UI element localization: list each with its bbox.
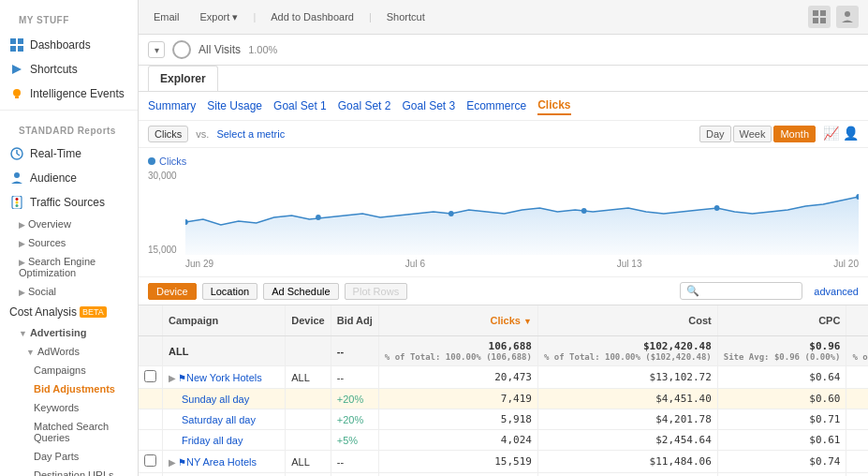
sidebar-item-dashboards[interactable]: Dashboards	[0, 33, 138, 57]
sidebar-sub-campaigns[interactable]: Campaigns	[0, 361, 138, 379]
sub3-cpc: $0.61	[717, 430, 846, 451]
row3-checkbox[interactable]	[139, 473, 163, 477]
grid-view-icon[interactable]	[808, 6, 831, 28]
sub3-cost: $2,454.64	[537, 430, 717, 451]
sidebar-sub-matched-search[interactable]: Matched Search Queries	[0, 417, 138, 447]
day-button[interactable]: Day	[699, 126, 731, 142]
col-cost[interactable]: Cost	[537, 305, 717, 336]
sidebar-sub-bid-adjustments[interactable]: Bid Adjustments	[0, 379, 138, 398]
sidebar-item-audience[interactable]: Audience	[0, 166, 138, 190]
metric-dropdown[interactable]: Clicks	[148, 126, 188, 142]
line-chart-icon[interactable]: 📈	[823, 126, 839, 142]
sidebar-sub-social[interactable]: ▶Social	[0, 282, 138, 301]
sidebar-item-cost-analysis[interactable]: Cost Analysis BETA	[0, 301, 138, 323]
shortcut-button[interactable]: Shortcut	[381, 9, 431, 24]
sidebar-sub-overview[interactable]: ▶Overview	[0, 215, 138, 233]
add-dashboard-button[interactable]: Add to Dashboard	[265, 9, 360, 24]
svg-point-23	[845, 11, 850, 17]
chart-date-3: Jul 13	[617, 259, 642, 269]
beta-badge: BETA	[80, 306, 107, 318]
sidebar-item-realtime[interactable]: Real-Time	[0, 141, 138, 166]
user-icon[interactable]	[836, 6, 859, 28]
row2-campaign-link[interactable]: NY Area Hotels	[186, 456, 257, 468]
tab-summary[interactable]: Summary	[148, 97, 196, 114]
tab-site-usage[interactable]: Site Usage	[207, 97, 262, 114]
week-button[interactable]: Week	[733, 126, 772, 142]
sidebar-item-intelligence[interactable]: Intelligence Events	[0, 82, 138, 106]
chart-date-1: Jun 29	[185, 259, 213, 269]
sidebar-sub-sources[interactable]: ▶Sources	[0, 233, 138, 252]
advanced-link[interactable]: advanced	[814, 286, 859, 297]
svg-point-25	[316, 215, 321, 220]
row1-bid-adj: --	[331, 366, 378, 389]
total-cpc-cell: $0.96 Site Avg: $0.96 (0.00%)	[717, 336, 846, 366]
expand-arrow-icon[interactable]: ▶	[169, 373, 176, 383]
chart-title: Clicks	[159, 156, 186, 167]
col-campaign: Campaign	[163, 305, 286, 336]
explorer-tab-button[interactable]: Explorer	[148, 66, 218, 91]
sidebar-item-traffic[interactable]: Traffic Sources	[0, 190, 138, 215]
col-cpc[interactable]: CPC	[717, 305, 846, 336]
svg-rect-0	[10, 38, 16, 44]
sidebar-sub-day-parts[interactable]: Day Parts	[0, 447, 138, 466]
tab-clicks[interactable]: Clicks	[537, 97, 570, 115]
sub1-device	[286, 389, 331, 409]
chart-label: Clicks	[148, 156, 859, 167]
col-clicks[interactable]: Clicks ▼	[378, 305, 537, 336]
device-button[interactable]: Device	[148, 283, 197, 300]
standard-reports-title: STANDARD Reports	[9, 118, 128, 140]
row1-visits: 19,878	[846, 366, 868, 389]
location-button[interactable]: Location	[202, 283, 258, 300]
search-input[interactable]	[702, 286, 796, 297]
select-metric-link[interactable]: Select a metric	[216, 128, 285, 140]
svg-rect-20	[820, 10, 826, 16]
expand-arrow-icon-2[interactable]: ▶	[169, 457, 176, 468]
sub2-bid-adj: +20%	[331, 409, 378, 430]
row2-checkbox[interactable]	[139, 451, 163, 473]
col-visits[interactable]: Visits	[846, 305, 868, 336]
pie-chart-icon[interactable]: 👤	[843, 126, 859, 142]
svg-rect-22	[820, 18, 826, 23]
tab-goal-set-3[interactable]: Goal Set 3	[402, 97, 455, 114]
export-button[interactable]: Export ▾	[195, 9, 244, 25]
total-row: ALL -- 106,688 % of Total: 100.00% (106,…	[139, 336, 868, 366]
sidebar-sub-destination[interactable]: Destination URLs	[0, 466, 138, 476]
row2-checkbox-input[interactable]	[144, 454, 156, 467]
sub1-campaign-link[interactable]: Sunday all day	[182, 394, 249, 405]
sidebar-sub-keywords[interactable]: Keywords	[0, 398, 138, 417]
tab-goal-set-1[interactable]: Goal Set 1	[273, 97, 327, 114]
sub3-campaign-link[interactable]: Friday all day	[182, 435, 243, 446]
sub1-bid-adj: +20%	[331, 389, 378, 409]
row3-bid-adj: --	[331, 473, 378, 477]
svg-rect-5	[15, 97, 19, 98]
ad-schedule-button[interactable]: Ad Schedule	[263, 283, 338, 300]
row1-clicks: 20,473	[378, 366, 537, 389]
sidebar-item-shortcuts[interactable]: Shortcuts	[0, 57, 138, 82]
svg-point-26	[449, 211, 454, 216]
month-button[interactable]: Month	[773, 126, 816, 142]
row1-checkbox[interactable]	[139, 366, 163, 389]
sidebar-sub-adwords[interactable]: ▼AdWords	[0, 342, 138, 361]
row3-visits: 9,257	[846, 473, 868, 477]
sub2-clicks: 5,918	[378, 409, 537, 430]
sidebar-sub-seo[interactable]: ▶Search Engine Optimization	[0, 252, 138, 282]
tab-goal-set-2[interactable]: Goal Set 2	[338, 97, 391, 114]
main-table: Campaign Device Bid Adj Clicks ▼ Cost CP…	[139, 305, 868, 476]
svg-rect-21	[813, 18, 818, 23]
data-table: Campaign Device Bid Adj Clicks ▼ Cost CP…	[139, 305, 868, 476]
segment-toggle[interactable]: ▾	[148, 41, 165, 58]
row2-clicks: 15,519	[378, 451, 537, 473]
svg-rect-19	[813, 10, 818, 16]
sidebar-sub-advertising[interactable]: ▼Advertising	[0, 323, 138, 342]
svg-point-28	[714, 205, 720, 211]
chart-date-2: Jul 6	[405, 259, 425, 269]
tab-ecommerce[interactable]: Ecommerce	[466, 97, 526, 114]
plot-rows-button[interactable]: Plot Rows	[345, 283, 408, 300]
metric-vs: vs.	[196, 128, 209, 140]
email-button[interactable]: Email	[148, 9, 185, 24]
sub2-campaign-link[interactable]: Saturday all day	[182, 414, 256, 425]
row1-checkbox-input[interactable]	[144, 370, 156, 382]
row1-device: ALL	[286, 366, 331, 389]
row3-clicks: 9,347	[378, 473, 537, 477]
row1-campaign-link[interactable]: New York Hotels	[186, 372, 262, 383]
